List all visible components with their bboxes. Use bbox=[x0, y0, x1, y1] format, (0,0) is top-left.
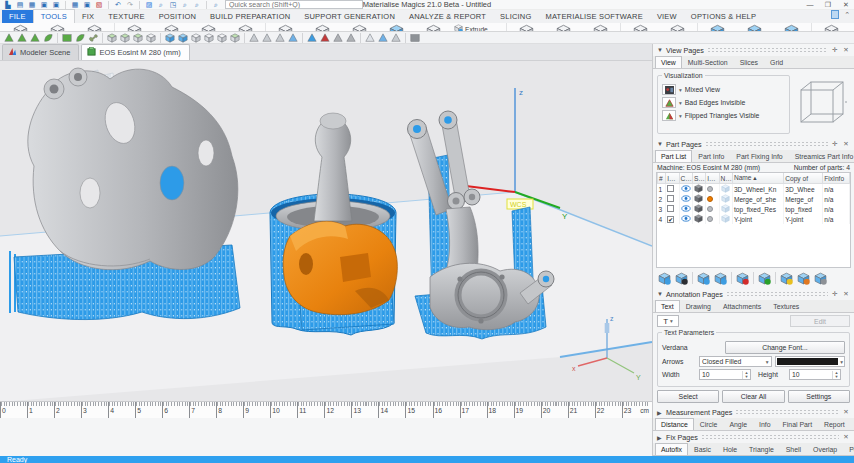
collapse-arrow-icon[interactable]: ▼ bbox=[657, 291, 663, 297]
column-header-2[interactable]: C… bbox=[679, 173, 692, 184]
part-row-3d-wheel-kn[interactable]: 1 3D_Wheel_Kn 3D_Whee n/a bbox=[658, 184, 850, 195]
tab-drawing[interactable]: Drawing bbox=[680, 300, 717, 312]
tri-half-icon[interactable] bbox=[390, 32, 402, 43]
measurement-pages-header[interactable]: ▶ Measurement Pages ✕ bbox=[653, 406, 854, 418]
ghost-cube-icon[interactable] bbox=[203, 32, 215, 43]
menu-tab-analyze-report[interactable]: ANALYZE & REPORT bbox=[402, 10, 493, 23]
zoom-in-icon[interactable]: ⌕ bbox=[180, 0, 190, 9]
select-button[interactable]: Select bbox=[657, 390, 719, 403]
part-row-merge-of-she[interactable]: 2 Merge_of_she Merge_of n/a bbox=[658, 194, 850, 204]
ribbon-button-label[interactable]: Label ▾ bbox=[622, 23, 659, 32]
tri-pale-2-icon[interactable] bbox=[261, 32, 273, 43]
part-row-top-fixed-res[interactable]: 3 top_fixed_Res top_fixed n/a bbox=[658, 204, 850, 214]
ribbon-button-formfit[interactable]: FormFit bbox=[850, 23, 854, 32]
menu-tab-texture[interactable]: TEXTURE bbox=[101, 10, 151, 23]
tab-triangle[interactable]: Triangle bbox=[743, 443, 780, 455]
remove-platform-icon[interactable]: ▧ bbox=[94, 0, 104, 9]
ghost-cube-icon[interactable] bbox=[719, 184, 732, 195]
ribbon-button-surface-to-solid[interactable]: Surface to Solid bbox=[415, 23, 452, 32]
tab-streamics-part-info[interactable]: Streamics Part Info bbox=[789, 150, 854, 162]
tri-pale-1-icon[interactable] bbox=[248, 32, 260, 43]
tab-info[interactable]: Info bbox=[753, 418, 777, 430]
undo-icon[interactable]: ↶ bbox=[113, 0, 123, 9]
view-cube-preview[interactable] bbox=[794, 72, 850, 134]
zoom-out-icon[interactable]: ⌕ bbox=[192, 0, 202, 9]
change-font-button[interactable]: Change Font... bbox=[725, 341, 845, 354]
column-header-7[interactable]: Copy of bbox=[784, 173, 823, 184]
target-cube-icon[interactable] bbox=[216, 32, 228, 43]
menu-tab-tools[interactable]: TOOLS bbox=[33, 9, 75, 23]
ribbon-button-mirror[interactable]: Mirror bbox=[227, 23, 264, 32]
column-header-6[interactable]: Name ▴ bbox=[732, 173, 783, 184]
tab-point[interactable]: Point bbox=[843, 443, 854, 455]
export-part-yellow-icon[interactable] bbox=[779, 271, 794, 285]
arrow-color-select[interactable]: ▾ bbox=[775, 356, 846, 367]
eye-icon[interactable] bbox=[679, 184, 692, 195]
ghost-cube-icon[interactable] bbox=[719, 194, 732, 204]
column-header-5[interactable]: N… bbox=[719, 173, 732, 184]
ribbon-button-cut-or-punch[interactable]: Cut or Punch bbox=[304, 23, 341, 32]
left-view-icon[interactable] bbox=[145, 32, 157, 43]
column-header-8[interactable]: FixInfo bbox=[823, 173, 850, 184]
tab-basic[interactable]: Basic bbox=[688, 443, 717, 455]
part-list-table[interactable]: #I…C…S…I…N…Name ▴Copy ofFixInfo 1 3D_Whe… bbox=[656, 172, 851, 268]
search-icon[interactable]: ⌕ bbox=[211, 0, 221, 9]
copy-platform-icon[interactable] bbox=[713, 271, 728, 285]
quick-search-input[interactable] bbox=[225, 0, 363, 9]
menu-tab-view[interactable]: VIEW bbox=[650, 10, 684, 23]
tab-part-list[interactable]: Part List bbox=[655, 150, 692, 162]
ribbon-button-hull-and-core[interactable]: Hull and Core bbox=[378, 23, 415, 32]
save-icon[interactable]: ▣ bbox=[39, 0, 49, 9]
tab-overlap[interactable]: Overlap bbox=[807, 443, 843, 455]
rotate-tool-icon[interactable] bbox=[29, 32, 41, 43]
ribbon-button-create[interactable]: Create ▾ bbox=[2, 23, 39, 32]
ribbon-button-structures[interactable]: Structures bbox=[699, 23, 736, 32]
open-icon[interactable]: ▦ bbox=[27, 0, 37, 9]
tab-hole[interactable]: Hole bbox=[717, 443, 743, 455]
part-row-y-joint[interactable]: 4 ✔ Y-joint Y-joint n/a bbox=[658, 214, 850, 224]
text-tool-button[interactable]: T ▾ bbox=[657, 315, 679, 327]
screen-view-icon[interactable] bbox=[61, 32, 73, 43]
expand-arrow-icon[interactable]: ▶ bbox=[657, 434, 663, 441]
fit-view-icon[interactable]: ◳ bbox=[168, 0, 178, 9]
ribbon-button-rotate[interactable]: Rotate bbox=[153, 23, 190, 32]
help-doc-icon[interactable] bbox=[831, 10, 839, 19]
front-view-icon[interactable] bbox=[119, 32, 131, 43]
chevron-down-icon[interactable]: ▾ bbox=[679, 113, 682, 119]
eye-icon[interactable] bbox=[679, 194, 692, 204]
expand-arrow-icon[interactable]: ▶ bbox=[657, 409, 663, 416]
ribbon-button-batch-duplicate[interactable]: Batch Duplicate bbox=[76, 23, 113, 32]
ribbon-button-boolean[interactable]: Boolean bbox=[545, 23, 582, 32]
arrow-style-select[interactable]: Closed Filled ▾ bbox=[699, 356, 772, 367]
edit-annotation-button[interactable]: Edit bbox=[790, 315, 850, 327]
measure-view-icon[interactable] bbox=[87, 32, 99, 43]
tab-distance[interactable]: Distance bbox=[655, 418, 694, 430]
visibility-checkbox[interactable] bbox=[667, 195, 674, 202]
tab-part-fixing-info[interactable]: Part Fixing Info bbox=[730, 150, 788, 162]
menu-tab-position[interactable]: POSITION bbox=[152, 10, 203, 23]
remove-part-icon[interactable] bbox=[735, 271, 750, 285]
visibility-checkbox[interactable] bbox=[667, 205, 674, 212]
close-panel-icon[interactable]: ✕ bbox=[842, 46, 850, 54]
save-all-icon[interactable]: ▣ bbox=[51, 0, 61, 9]
tab-attachments[interactable]: Attachments bbox=[717, 300, 767, 312]
scene-tab-modeler-scene[interactable]: Modeler Scene bbox=[2, 44, 79, 60]
tab-textures[interactable]: Textures bbox=[767, 300, 805, 312]
tab-autofix[interactable]: Autofix bbox=[655, 443, 688, 455]
support-status-icon[interactable] bbox=[706, 184, 719, 195]
ribbon-button-hollow-part[interactable]: Hollow Part bbox=[267, 23, 304, 32]
shading-cube-icon[interactable] bbox=[692, 184, 705, 195]
menu-tab-support-generation[interactable]: SUPPORT GENERATION bbox=[297, 10, 402, 23]
redo-icon[interactable]: ↷ bbox=[125, 0, 135, 9]
tab-multi-section[interactable]: Multi-Section bbox=[682, 56, 734, 68]
ghost-cube-icon[interactable] bbox=[719, 214, 732, 224]
view-pages-header[interactable]: ▼ View Pages ✛ ✕ bbox=[653, 44, 854, 56]
ribbon-button-duplicate[interactable]: Duplicate bbox=[39, 23, 76, 32]
add-part-to-platform-icon[interactable] bbox=[657, 271, 672, 285]
view-leaf-icon[interactable] bbox=[42, 32, 54, 43]
tab-shell[interactable]: Shell bbox=[780, 443, 807, 455]
machine-properties-icon[interactable]: ▦ bbox=[70, 0, 80, 9]
pan-tool-icon[interactable] bbox=[16, 32, 28, 43]
ribbon-button-rapidfit[interactable]: RapidFit bbox=[813, 23, 850, 32]
new-document-icon[interactable]: ▤ bbox=[15, 0, 25, 9]
